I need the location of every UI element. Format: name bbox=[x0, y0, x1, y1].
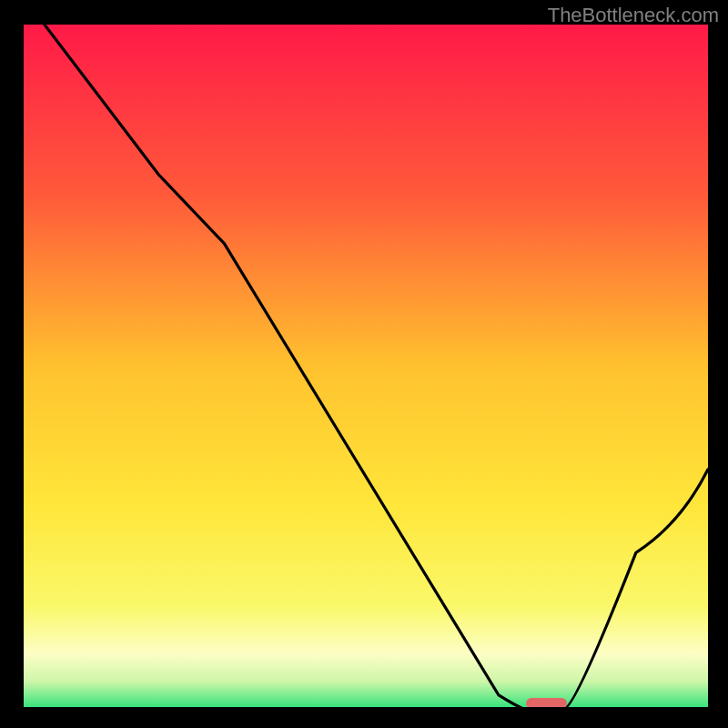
optimal-range-marker bbox=[526, 698, 567, 709]
plot-area bbox=[22, 25, 708, 709]
bottleneck-curve bbox=[22, 25, 708, 709]
watermark-text: TheBottleneck.com bbox=[548, 4, 719, 27]
chart-container: TheBottleneck.com bbox=[0, 0, 728, 728]
